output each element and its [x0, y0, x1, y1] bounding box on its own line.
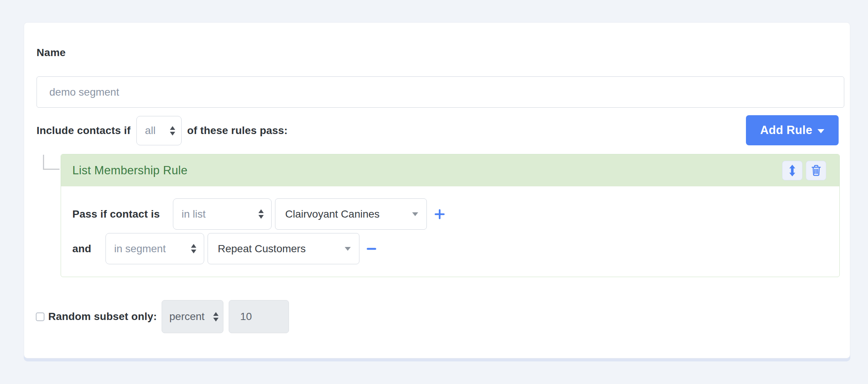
match-type-select[interactable]: all [136, 116, 182, 145]
plus-icon [434, 208, 446, 220]
random-subset-label: Random subset only: [48, 311, 157, 323]
tree-connector [43, 155, 60, 170]
updown-arrows-icon [191, 244, 196, 253]
move-rule-button[interactable] [782, 161, 802, 180]
match-prefix-text: Include contacts if [37, 125, 131, 137]
match-type-value: all [145, 125, 156, 137]
match-suffix-text: of these rules pass: [187, 125, 288, 137]
name-label: Name [37, 47, 66, 59]
rule-title: List Membership Rule [72, 164, 779, 177]
subset-unit-select[interactable]: percent [162, 300, 223, 333]
segment-name-input[interactable] [37, 76, 844, 108]
move-updown-icon [787, 164, 798, 177]
caret-down-icon [412, 212, 418, 216]
random-subset-row: Random subset only: percent [36, 300, 289, 333]
condition-label: and [72, 243, 105, 255]
add-rule-label: Add Rule [760, 123, 812, 137]
operator-select[interactable]: in list [173, 198, 272, 230]
remove-condition-button[interactable] [366, 247, 377, 251]
random-subset-checkbox[interactable] [36, 312, 44, 321]
list-select[interactable]: Clairvoyant Canines [275, 198, 427, 230]
operator-value: in segment [114, 243, 166, 255]
operator-value: in list [182, 208, 206, 220]
add-condition-button[interactable] [434, 208, 446, 220]
segment-value: Repeat Customers [218, 243, 306, 255]
minus-icon [366, 247, 377, 251]
operator-select[interactable]: in segment [105, 233, 204, 264]
page-background: { "form": { "name_label": "Name", "name_… [0, 0, 868, 384]
condition-label: Pass if contact is [72, 208, 173, 220]
caret-down-icon [345, 247, 351, 251]
subset-unit-value: percent [170, 311, 205, 323]
delete-rule-button[interactable] [806, 161, 826, 180]
segment-editor-card: Name Include contacts if all of these ru… [24, 22, 850, 358]
rule-header: List Membership Rule [61, 154, 839, 186]
condition-row: and in segment Repeat Customers [72, 233, 839, 264]
updown-arrows-icon [213, 312, 219, 322]
list-value: Clairvoyant Canines [285, 208, 380, 220]
add-rule-button[interactable]: Add Rule [746, 115, 839, 145]
updown-arrows-icon [258, 209, 264, 219]
rule-body: Pass if contact is in list Clairvoyant C… [61, 186, 839, 264]
match-rule-row: Include contacts if all of these rules p… [37, 114, 288, 147]
condition-row: Pass if contact is in list Clairvoyant C… [72, 198, 839, 230]
updown-arrows-icon [170, 126, 175, 136]
list-membership-rule-panel: List Membership Rule Pass if contact is [61, 154, 840, 277]
trash-icon [810, 164, 822, 177]
caret-down-icon [818, 129, 824, 133]
segment-select[interactable]: Repeat Customers [208, 233, 359, 264]
subset-amount-input[interactable] [229, 300, 289, 333]
